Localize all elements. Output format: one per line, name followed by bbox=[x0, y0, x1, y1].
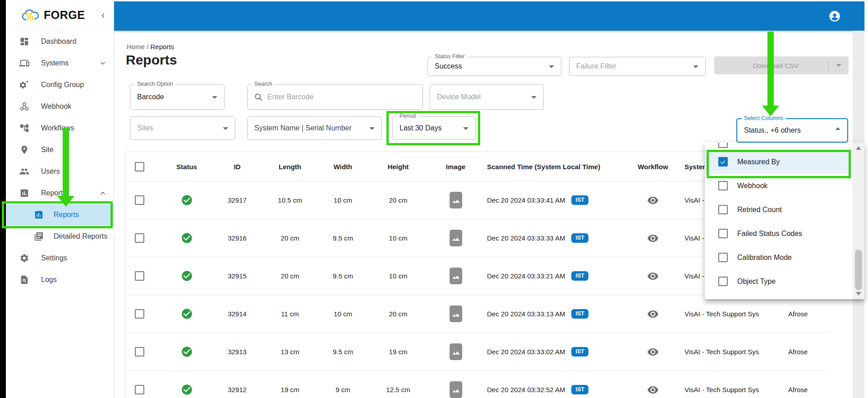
view-workflow-eye-icon[interactable] bbox=[647, 270, 659, 282]
search-option-value: Barcode bbox=[137, 93, 164, 101]
row-checkbox[interactable] bbox=[135, 195, 144, 205]
search-option-select[interactable]: Search Option Barcode bbox=[130, 84, 225, 110]
image-thumbnail-icon[interactable] bbox=[449, 305, 463, 323]
id-cell: 32912 bbox=[209, 386, 265, 393]
sidebar-item-site[interactable]: Site bbox=[6, 139, 114, 161]
scrollbar-thumb[interactable] bbox=[855, 250, 862, 290]
checked-checkbox[interactable] bbox=[718, 157, 728, 167]
row-checkbox[interactable] bbox=[135, 347, 144, 356]
workflow-cell bbox=[621, 346, 684, 358]
row-checkbox[interactable] bbox=[135, 233, 144, 243]
breadcrumb-current: Reports bbox=[151, 43, 175, 51]
id-cell: 32913 bbox=[209, 348, 265, 356]
unchecked-checkbox[interactable] bbox=[718, 181, 728, 190]
scroll-up-icon[interactable] bbox=[856, 146, 861, 150]
status-cell bbox=[164, 308, 209, 320]
row-select-cell bbox=[125, 195, 164, 205]
sites-select[interactable]: Sites bbox=[130, 116, 235, 140]
menu-item-measured-by[interactable]: Measured By bbox=[705, 150, 853, 174]
length-cell: 11 cm bbox=[265, 310, 315, 318]
sidebar-item-settings[interactable]: Settings bbox=[6, 247, 114, 269]
sidebar-item-reports-sub[interactable]: Reports bbox=[6, 204, 114, 226]
row-checkbox[interactable] bbox=[135, 385, 144, 394]
reports-icon bbox=[19, 188, 29, 198]
unchecked-checkbox[interactable] bbox=[718, 277, 728, 286]
download-csv-menu-button[interactable] bbox=[829, 64, 849, 67]
system-name-select[interactable]: System Name | Serial Number bbox=[247, 116, 382, 140]
id-cell: 32915 bbox=[209, 272, 265, 280]
image-thumbnail-icon[interactable] bbox=[449, 343, 463, 361]
breadcrumb-home[interactable]: Home bbox=[127, 43, 145, 51]
success-check-icon bbox=[181, 346, 193, 358]
menu-item-webhook[interactable]: Webhook bbox=[705, 174, 853, 198]
image-thumbnail-icon[interactable] bbox=[449, 191, 463, 209]
column-header-status: Status bbox=[164, 163, 209, 171]
unchecked-checkbox[interactable] bbox=[718, 253, 728, 262]
image-thumbnail-icon[interactable] bbox=[449, 381, 463, 398]
select-all-checkbox[interactable] bbox=[135, 162, 144, 171]
menu-item-object-type[interactable]: Object Type bbox=[705, 269, 853, 293]
view-workflow-eye-icon[interactable] bbox=[647, 194, 659, 206]
search-label: Search bbox=[252, 81, 275, 87]
scroll-down-icon[interactable] bbox=[856, 292, 861, 296]
select-columns-select[interactable]: Select Columns Status., +6 others bbox=[736, 118, 848, 143]
menu-scrollbar[interactable] bbox=[853, 143, 864, 299]
menu-item-calibration-mode[interactable]: Calibration Mode bbox=[705, 245, 853, 269]
workflow-cell bbox=[621, 270, 684, 282]
systems-icon bbox=[19, 58, 29, 68]
unchecked-checkbox[interactable] bbox=[718, 205, 728, 214]
view-workflow-eye-icon[interactable] bbox=[647, 346, 659, 358]
view-workflow-eye-icon[interactable] bbox=[647, 308, 659, 320]
view-workflow-eye-icon[interactable] bbox=[647, 232, 659, 244]
row-checkbox[interactable] bbox=[135, 271, 144, 281]
length-cell: 20 cm bbox=[265, 234, 315, 242]
sidebar-item-systems[interactable]: Systems bbox=[6, 52, 114, 74]
workflow-cell bbox=[621, 384, 684, 396]
sidebar-item-webhook[interactable]: Webhook bbox=[6, 96, 114, 117]
device-model-placeholder: Device Model bbox=[437, 93, 481, 101]
length-cell: 20 cm bbox=[265, 272, 315, 280]
unchecked-checkbox[interactable] bbox=[718, 229, 728, 238]
sidebar-item-label: Dashboard bbox=[41, 37, 107, 46]
column-checkbox-partial[interactable] bbox=[718, 143, 728, 148]
system-name-placeholder: System Name | Serial Number bbox=[254, 124, 352, 132]
search-input[interactable]: Search Enter Barcode bbox=[247, 84, 423, 110]
row-checkbox[interactable] bbox=[135, 309, 144, 319]
status-filter-select[interactable]: Status Filter Success bbox=[427, 57, 561, 76]
menu-item-failed-status-codes[interactable]: Failed Status Codes bbox=[705, 222, 853, 245]
menu-item-retried-count[interactable]: Retried Count bbox=[705, 198, 853, 222]
success-check-icon bbox=[181, 194, 193, 206]
sidebar-item-workflows[interactable]: Workflows bbox=[6, 117, 114, 139]
sidebar-item-detailed-reports-sub[interactable]: Detailed Reports bbox=[6, 226, 114, 247]
download-csv-button[interactable]: Download CSV bbox=[714, 56, 849, 74]
sidebar-collapse-icon[interactable]: ‹ bbox=[99, 9, 107, 21]
column-header-height: Height bbox=[371, 163, 425, 171]
failure-filter-select[interactable]: Failure Filter bbox=[569, 57, 706, 76]
view-workflow-eye-icon[interactable] bbox=[647, 384, 659, 396]
scanned-time-cell: Dec 20 2024 03:33:33 AMIST bbox=[486, 233, 621, 243]
row-select-cell bbox=[125, 271, 164, 281]
window-left-edge bbox=[0, 0, 6, 398]
sidebar-item-reports[interactable]: Reports bbox=[6, 182, 114, 204]
width-cell: 9 cm bbox=[315, 386, 371, 393]
account-icon[interactable] bbox=[828, 10, 841, 23]
sidebar-item-config-group[interactable]: Config Group bbox=[6, 74, 114, 96]
download-csv-label: Download CSV bbox=[714, 62, 828, 69]
column-header-image: Image bbox=[425, 163, 486, 171]
menu-item-label: Measured By bbox=[737, 158, 780, 166]
length-cell: 19 cm bbox=[265, 386, 315, 393]
image-thumbnail-icon[interactable] bbox=[449, 267, 463, 285]
sidebar-item-logs[interactable]: Logs bbox=[6, 269, 114, 291]
width-cell: 9.5 cm bbox=[315, 234, 371, 242]
timezone-badge: IST bbox=[571, 309, 588, 319]
device-model-select[interactable]: Device Model bbox=[430, 84, 544, 110]
table-row-32914: 3291411 cm10 cm20 cmDec 20 2024 03:33:13… bbox=[125, 295, 830, 333]
sidebar-item-users[interactable]: Users bbox=[6, 161, 114, 182]
period-select[interactable]: Period Last 30 Days bbox=[392, 116, 476, 140]
image-thumbnail-icon[interactable] bbox=[449, 229, 463, 247]
height-cell: 20 cm bbox=[371, 196, 425, 204]
sidebar-item-dashboard[interactable]: Dashboard bbox=[6, 31, 114, 52]
sidebar-item-label: Workflows bbox=[41, 124, 107, 132]
timezone-badge: IST bbox=[571, 195, 588, 205]
row-select-cell bbox=[125, 309, 164, 319]
